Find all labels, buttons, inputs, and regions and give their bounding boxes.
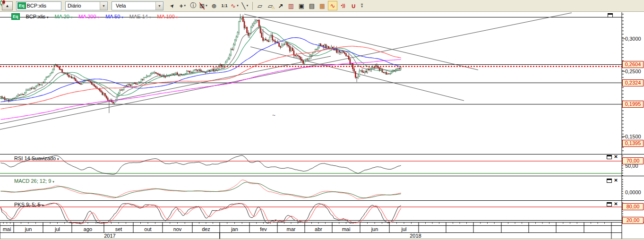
scale-1-1-tool[interactable]: 1:1	[220, 1, 229, 10]
price-badge: 0,1395	[622, 140, 644, 147]
month-label: fev	[249, 226, 277, 232]
macd-restore-button[interactable]	[607, 179, 612, 183]
chart-legend: Eq BCP:xlisMA 20MA 200MA 50MAE 14MA 100	[11, 13, 178, 20]
copy-chart-tool[interactable]: ▣	[297, 1, 306, 10]
rsi-panel	[0, 155, 622, 174]
month-label: mai	[332, 226, 360, 232]
candlestick-series	[0, 14, 401, 113]
moving-averages	[0, 27, 401, 120]
pks-close-button[interactable]: ✕	[613, 202, 618, 206]
panel-grid	[0, 12, 644, 239]
equity-badge-icon: Eq	[11, 13, 20, 20]
month-label: jun	[360, 226, 389, 232]
pks-restore-button[interactable]	[607, 202, 612, 206]
active-indicator-tool[interactable]: ∿	[328, 1, 337, 10]
price-badge: 0,2324	[622, 79, 644, 86]
month-label: dez	[192, 226, 220, 232]
grid-toggle-tool[interactable]: ⊞▼	[199, 1, 208, 10]
month-label: nov	[163, 226, 192, 232]
erase-all-tool[interactable]: ▱⚠	[266, 1, 275, 10]
zoom-in-tool[interactable]: ⊕	[209, 1, 219, 10]
month-label: jun	[14, 226, 43, 232]
month-label: jul	[43, 226, 72, 232]
pks-upper-badge: 80,00	[622, 203, 644, 210]
alerts-tool[interactable]: •))	[338, 1, 348, 10]
month-label: jan	[220, 226, 249, 232]
price-tick-label: 0,3000	[625, 36, 641, 42]
trend-arrow-tool[interactable]: ↗	[276, 1, 285, 10]
eraser-tool[interactable]: ▱	[255, 1, 265, 10]
rsi-close-button[interactable]: ✕	[613, 154, 618, 159]
legend-ma-100[interactable]: MA 100	[157, 14, 178, 19]
chevron-down-icon: ▼	[183, 4, 186, 7]
price-tick-label: 0,1500	[625, 134, 641, 139]
rsi-mid-label: 50,00	[625, 163, 638, 169]
month-label: out	[133, 226, 163, 232]
chart-type-select[interactable]: Vela ▼	[112, 1, 163, 10]
chart-image-tool[interactable]: ▦	[318, 1, 327, 10]
trendline-tool[interactable]: ╲▼	[240, 1, 250, 10]
year-label-2018: 2018	[220, 233, 611, 239]
toolbar-separator	[252, 2, 253, 10]
period-select[interactable]: Diário ▼	[65, 1, 108, 10]
price-badge: 0,1995	[622, 101, 644, 108]
symbol-input[interactable]	[27, 3, 60, 9]
pks-panel-title[interactable]: PKS 9; 5; 5	[14, 202, 43, 207]
chevron-down-icon: ▼	[246, 4, 249, 7]
macd-zero-label: 0,0000	[625, 189, 641, 195]
macd-panel-title[interactable]: MACD 26; 12; 9	[14, 178, 54, 184]
pks-lower-badge: 20,00	[622, 217, 644, 224]
axis-label: ~	[272, 112, 275, 119]
legend-ma-50[interactable]: MA 50	[105, 14, 123, 19]
equity-badge-icon: Eq	[17, 2, 26, 9]
chevron-down-icon: ▼	[205, 4, 208, 7]
macd-close-button[interactable]: ✕	[613, 178, 618, 183]
symbol-box[interactable]: Eq	[16, 1, 61, 10]
info-tool[interactable]: ⓘ	[189, 1, 198, 10]
toolbar: ▲ Eq Diário ▼ Vela ▼ ➤+▼ⓘ⊞▼⊕1:1∿▼╲▼▱▱⚠↗▥…	[0, 0, 644, 12]
rsi-panel-title[interactable]: RSI 14 Suavizado	[14, 155, 59, 161]
legend-ma-20[interactable]: MA 20	[55, 14, 73, 19]
month-label: ago	[72, 226, 104, 232]
price-axis-ticks	[622, 14, 625, 221]
price-badge: 0,2604	[622, 61, 644, 68]
month-label: set	[104, 226, 133, 232]
macd-panel	[0, 180, 401, 199]
price-tick-label: 0,2500	[625, 69, 641, 74]
month-label: abr	[305, 226, 332, 232]
trading-app-window: { "toolbar": { "collapse_label": "▲", "e…	[0, 0, 644, 240]
month-label: mar	[277, 226, 305, 232]
candle-pattern-tool[interactable]: ▥	[286, 1, 296, 10]
rsi-restore-button[interactable]	[607, 155, 612, 159]
duplicate-chart-tool[interactable]: ▤	[307, 1, 317, 10]
crosshair-tool[interactable]: +▼	[178, 1, 188, 10]
pks-panel	[0, 203, 622, 224]
chevron-down-icon: ▼	[100, 2, 107, 10]
legend-ma-200[interactable]: MA 200	[78, 14, 99, 19]
squiggle-annotation: ~	[272, 112, 275, 119]
pointer-tool[interactable]: ➤	[168, 1, 177, 10]
month-label: jul	[389, 226, 419, 232]
collapse-icon: ▲	[6, 4, 9, 8]
chart-type-select-value: Vela	[116, 3, 153, 9]
chart-canvas[interactable]: ~	[0, 0, 644, 240]
month-label: mai	[0, 226, 14, 232]
indicator-wave-tool[interactable]: ∿▼	[230, 1, 240, 10]
legend-mae-14[interactable]: MAE 14	[129, 14, 151, 19]
chevron-down-icon: ▼	[155, 2, 163, 10]
toolbar-overflow-button[interactable]: ▾	[359, 1, 365, 10]
trendlines	[0, 13, 572, 129]
legend-symbol[interactable]: BCP:xlis	[26, 14, 49, 19]
magnet-tool[interactable]: ∪	[349, 1, 358, 10]
restore-window-button[interactable]	[608, 13, 613, 17]
chevron-down-icon: ▼	[236, 4, 239, 7]
year-label-2017: 2017	[0, 233, 220, 239]
period-select-value: Diário	[68, 3, 97, 9]
toolbar-tools: ➤+▼ⓘ⊞▼⊕1:1∿▼╲▼▱▱⚠↗▥▣▤▦∿•))∪▾	[168, 1, 365, 10]
